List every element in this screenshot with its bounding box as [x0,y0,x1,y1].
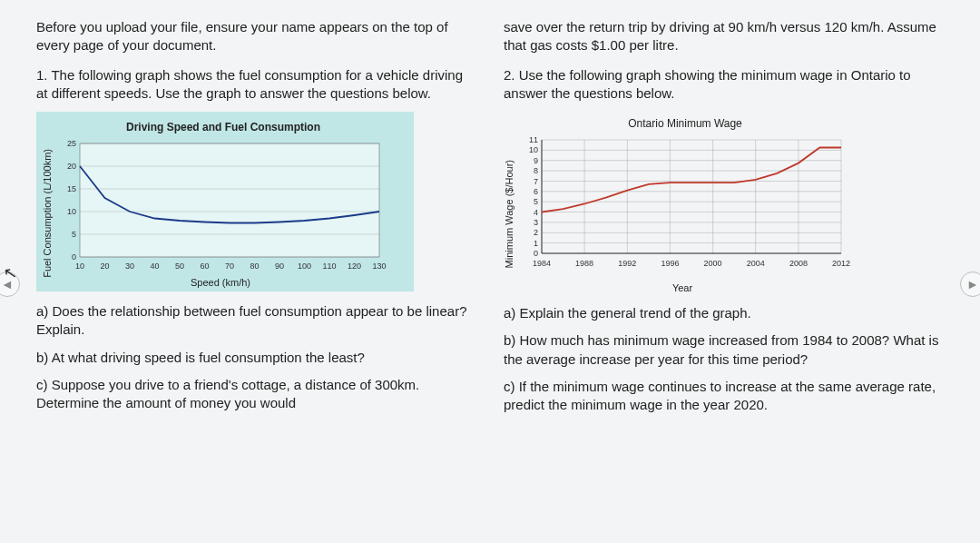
q2a: a) Explain the general trend of the grap… [504,304,944,322]
q2-header: 2. Use the following graph showing the m… [504,66,944,104]
wage-chart: Ontario Minimum Wage Minimum Wage ($/Hou… [504,112,867,293]
right-column: save over the return trip by driving at … [504,18,944,423]
svg-text:15: 15 [67,184,76,193]
q1c: c) Suppose you drive to a friend's cotta… [36,376,476,413]
svg-text:70: 70 [225,262,234,271]
q2-number: 2. [504,67,515,83]
svg-text:80: 80 [250,262,259,271]
svg-text:1992: 1992 [618,259,636,268]
svg-text:8: 8 [534,166,538,175]
svg-text:20: 20 [67,162,76,171]
svg-text:100: 100 [298,262,311,271]
svg-text:9: 9 [534,156,538,165]
intro-text: Before you upload your file, ensure your… [36,18,476,55]
svg-text:2008: 2008 [789,259,808,268]
q1-continuation: save over the return trip by driving at … [504,18,944,55]
chart2-ylabel: Minimum Wage ($/Hour) [504,160,514,268]
svg-text:2000: 2000 [704,259,722,268]
svg-text:1984: 1984 [533,259,551,268]
svg-text:40: 40 [150,262,159,271]
svg-text:7: 7 [534,177,538,186]
svg-text:1996: 1996 [661,259,679,268]
q1a: a) Does the relationship between fuel co… [36,302,476,340]
svg-text:25: 25 [67,139,76,148]
svg-text:6: 6 [534,187,538,196]
svg-text:3: 3 [534,218,538,227]
svg-text:1: 1 [534,239,538,248]
chart1-title: Driving Speed and Fuel Consumption [42,121,405,133]
q2b: b) How much has minimum wage increased f… [504,331,944,369]
chart2-xlabel: Year [514,282,850,293]
svg-text:50: 50 [175,262,184,271]
fuel-chart: Driving Speed and Fuel Consumption Fuel … [36,112,414,291]
svg-text:60: 60 [200,262,209,271]
svg-text:11: 11 [529,135,538,144]
q1b: b) At what driving speed is fuel consump… [36,349,476,367]
cursor-icon: ↖ [2,262,19,284]
svg-text:2: 2 [534,228,538,237]
svg-text:2004: 2004 [747,259,765,268]
left-column: Before you upload your file, ensure your… [36,18,476,423]
svg-text:5: 5 [534,197,538,206]
q1-header: 1. The following graph shows the fuel co… [36,66,476,104]
svg-text:4: 4 [534,208,538,217]
svg-text:1988: 1988 [575,259,593,268]
q1-number: 1. [36,67,48,83]
q1-text: The following graph shows the fuel consu… [36,67,463,101]
svg-rect-0 [80,143,379,257]
chart1-xlabel: Speed (km/h) [53,277,388,288]
svg-text:10: 10 [529,145,538,154]
chart1-ylabel: Fuel Consumption (L/100km) [42,149,53,278]
svg-text:130: 130 [372,262,386,271]
svg-text:30: 30 [125,262,134,271]
svg-text:10: 10 [67,207,76,216]
svg-text:0: 0 [534,249,538,258]
chart1-svg: 0 5 10 15 20 25 102030 405060 708090 100… [53,139,388,275]
q2-text: Use the following graph showing the mini… [504,67,911,101]
svg-text:2012: 2012 [832,259,850,268]
svg-text:10: 10 [75,262,84,271]
svg-text:0: 0 [72,252,76,262]
svg-text:120: 120 [348,262,361,271]
svg-text:110: 110 [322,262,336,271]
chart2-title: Ontario Minimum Wage [504,117,867,130]
svg-text:5: 5 [72,230,76,239]
next-page-button[interactable]: ► [960,272,980,297]
q2c: c) If the minimum wage continues to incr… [504,378,944,415]
chart2-svg: 012 345 678 91011 198419881992 199620002… [514,135,850,281]
svg-text:90: 90 [275,262,284,271]
svg-text:20: 20 [100,262,109,271]
